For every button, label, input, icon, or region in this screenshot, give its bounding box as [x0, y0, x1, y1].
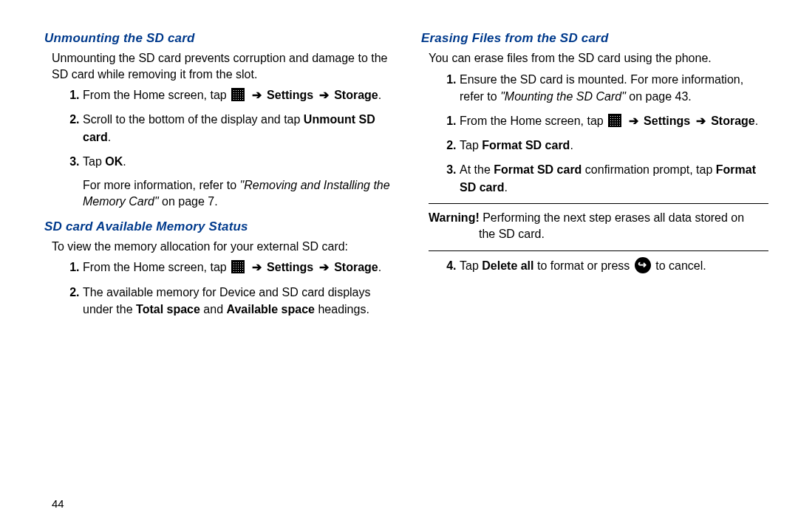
total-space-label: Total space [136, 303, 200, 316]
formore-post: on page 7. [159, 195, 218, 208]
step-2: Tap Format SD card. [460, 137, 768, 154]
format-label: Format SD card [482, 139, 570, 151]
heading-unmounting: Unmounting the SD card [44, 31, 392, 46]
warning-label: Warning! [429, 211, 480, 224]
step-text: Tap [83, 155, 105, 168]
back-icon [635, 257, 651, 273]
arrow-icon: ➔ [696, 115, 706, 127]
apps-icon [231, 260, 245, 273]
storage-label: Storage [711, 115, 755, 127]
step-2: The available memory for Device and SD c… [83, 284, 392, 318]
ref-mounting: "Mounting the SD Card" [500, 90, 626, 103]
step-text: From the Home screen, tap [83, 261, 227, 273]
formore-pre: For more information, refer to [83, 179, 240, 191]
left-column: Unmounting the SD card Unmounting the SD… [44, 22, 392, 325]
step-text: From the Home screen, tap [460, 115, 604, 127]
step-text: Scroll to the bottom of the display and … [83, 113, 304, 126]
format-label-1: Format SD card [494, 163, 582, 176]
storage-label: Storage [334, 89, 378, 101]
available-space-label: Available space [227, 303, 315, 316]
step-3: Tap OK. [83, 153, 392, 170]
steps-erasing: Ensure the SD card is mounted. For more … [443, 71, 768, 196]
step-text: Tap [460, 139, 482, 151]
step-1: From the Home screen, tap ➔ Settings ➔ S… [83, 259, 392, 276]
storage-label: Storage [334, 261, 378, 273]
arrow-icon: ➔ [252, 261, 262, 273]
settings-label: Settings [267, 89, 313, 101]
intro-erasing: You can erase files from the SD card usi… [429, 50, 768, 66]
steps-unmounting: From the Home screen, tap ➔ Settings ➔ S… [66, 86, 392, 170]
divider [429, 250, 768, 251]
divider [429, 203, 768, 204]
step-post: on page 43. [626, 90, 692, 103]
step-mid: to format or press [534, 259, 633, 272]
step-1b: From the Home screen, tap ➔ Settings ➔ S… [460, 112, 768, 129]
step-mid: and [200, 303, 227, 316]
arrow-icon: ➔ [629, 115, 638, 127]
delete-all-label: Delete all [482, 259, 533, 272]
step-2: Scroll to the bottom of the display and … [83, 111, 392, 145]
arrow-icon: ➔ [252, 89, 262, 101]
apps-icon [608, 114, 621, 127]
step-1: From the Home screen, tap ➔ Settings ➔ S… [83, 86, 392, 103]
step-3: At the Format SD card confirmation promp… [460, 161, 768, 195]
arrow-icon: ➔ [319, 261, 329, 273]
step-post: to cancel. [652, 259, 706, 272]
step-4: Tap Delete all to format or press to can… [460, 257, 768, 274]
settings-label: Settings [644, 115, 690, 127]
step-post: headings. [315, 303, 369, 316]
heading-erasing: Erasing Files from the SD card [421, 31, 768, 46]
steps-erasing-cont: Tap Delete all to format or press to can… [443, 257, 768, 274]
step-text: Tap [460, 259, 482, 272]
right-column: Erasing Files from the SD card You can e… [421, 22, 768, 325]
step-text: At the [460, 163, 494, 176]
arrow-icon: ➔ [319, 89, 329, 101]
page-number: 44 [52, 497, 64, 510]
intro-unmounting: Unmounting the SD card prevents corrupti… [52, 50, 392, 82]
manual-page: Unmounting the SD card Unmounting the SD… [0, 0, 798, 332]
for-more-info: For more information, refer to "Removing… [83, 177, 392, 211]
heading-memory-status: SD card Available Memory Status [44, 219, 392, 234]
apps-icon [231, 88, 245, 101]
warning-text-2: the SD card. [479, 226, 768, 242]
warning-text-1: Performing the next step erases all data… [480, 211, 744, 224]
step-mid: confirmation prompt, tap [582, 163, 715, 176]
step-1: Ensure the SD card is mounted. For more … [460, 71, 768, 105]
ok-label: OK [105, 155, 123, 168]
settings-label: Settings [267, 261, 313, 273]
warning-block: Warning! Performing the next step erases… [429, 210, 768, 243]
steps-memory-status: From the Home screen, tap ➔ Settings ➔ S… [66, 259, 392, 318]
intro-memory-status: To view the memory allocation for your e… [52, 239, 392, 255]
step-text: From the Home screen, tap [83, 89, 227, 101]
